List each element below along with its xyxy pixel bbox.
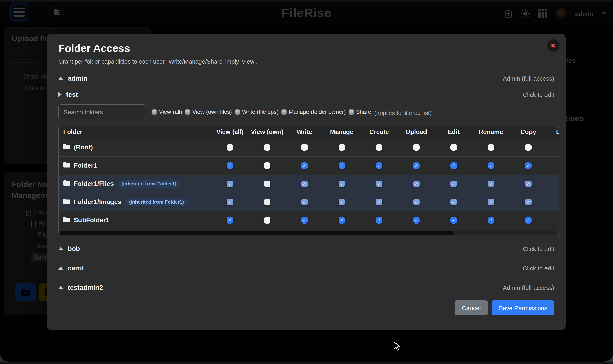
permission-checkbox-view-all: ✓ — [227, 199, 233, 205]
folder-icon — [63, 144, 70, 151]
permission-checkbox-create[interactable]: ✓ — [376, 162, 382, 169]
filter-row: View (all)View (own files)Write (file op… — [58, 103, 554, 120]
modal-title: Folder Access — [58, 42, 554, 55]
bulk-checkbox[interactable] — [349, 109, 354, 114]
column-header-edit: Edit — [435, 128, 472, 136]
user-name: test — [66, 91, 78, 98]
permission-checkbox-write: ✓ — [301, 181, 308, 187]
screen: FileRise — [0, 0, 613, 364]
bulk-checkbox-label[interactable]: View (all) — [159, 108, 182, 115]
user-name: testadmin2 — [68, 284, 103, 291]
permission-checkbox-view-own[interactable] — [264, 217, 270, 223]
permission-checkbox-manage[interactable]: ✓ — [338, 217, 345, 223]
folder-cell: Folder1/Images(inherited from Folder1) — [59, 198, 211, 206]
folder-row-folder1: Folder1✓✓✓✓✓✓✓✓✓ — [59, 156, 559, 174]
user-status: Admin (full access) — [503, 284, 554, 291]
bulk-checkbox[interactable] — [281, 109, 287, 114]
column-header-folder: Folder — [59, 128, 211, 136]
permission-checkbox-copy[interactable]: ✓ — [525, 217, 531, 223]
folder-icon — [63, 198, 70, 206]
permission-checkbox-edit: ✓ — [450, 199, 457, 205]
folder-icon — [63, 180, 70, 187]
permission-checkbox-view-own — [264, 199, 270, 205]
permission-checkbox-upload[interactable]: ✓ — [413, 162, 420, 169]
user-row-test[interactable]: test Click to edit — [58, 86, 554, 103]
permission-checkbox-view-own[interactable] — [264, 144, 270, 151]
table-header-row: FolderView (all)View (own)WriteManageCre… — [59, 126, 559, 138]
permission-checkbox-view-own — [264, 181, 270, 187]
scrollbar-thumb[interactable] — [60, 231, 454, 235]
caret-up-icon — [58, 286, 63, 289]
folder-name: SubFolder1 — [74, 217, 110, 224]
user-row-carol[interactable]: carol Click to edit — [58, 260, 554, 276]
bulk-toggle-write-file-ops: Write (file ops) — [235, 108, 279, 115]
permission-checkbox-copy[interactable] — [525, 144, 531, 151]
permission-checkbox-manage[interactable] — [338, 144, 345, 151]
permission-checkbox-edit[interactable]: ✓ — [450, 217, 457, 223]
permission-checkbox-copy[interactable]: ✓ — [525, 162, 531, 169]
bulk-permission-toggles: View (all)View (own files)Write (file op… — [152, 108, 371, 115]
permission-checkbox-write[interactable]: ✓ — [301, 162, 308, 169]
permission-checkbox-rename[interactable]: ✓ — [488, 217, 494, 223]
filter-note: (applies to filtered list) — [375, 110, 432, 116]
close-button[interactable]: ✖ — [547, 39, 559, 52]
column-header-rename: Rename — [472, 128, 510, 136]
permission-checkbox-manage: ✓ — [338, 181, 345, 187]
search-input[interactable] — [58, 104, 146, 119]
horizontal-scrollbar[interactable] — [59, 230, 559, 235]
permission-checkbox-write: ✓ — [301, 199, 308, 205]
bulk-checkbox[interactable] — [235, 109, 240, 114]
permission-checkbox-edit[interactable]: ✓ — [450, 162, 457, 169]
modal-footer: Cancel Save Permissions — [58, 300, 554, 315]
permission-checkbox-manage: ✓ — [338, 199, 345, 205]
permission-checkbox-view-all[interactable] — [227, 144, 233, 151]
permission-checkbox-rename[interactable]: ✓ — [488, 162, 494, 169]
user-name: admin — [68, 74, 87, 82]
mouse-cursor — [393, 341, 403, 352]
user-row-bob[interactable]: bob Click to edit — [58, 241, 554, 257]
permission-checkbox-create[interactable]: ✓ — [376, 217, 382, 223]
permission-checkbox-upload: ✓ — [413, 199, 420, 205]
save-permissions-button[interactable]: Save Permissions — [492, 300, 554, 315]
permission-checkbox-rename[interactable] — [488, 144, 494, 151]
permission-checkbox-upload[interactable] — [413, 144, 420, 151]
bulk-checkbox[interactable] — [185, 109, 190, 114]
folder-access-modal: ✖ Folder Access Grant per-folder capabil… — [47, 34, 566, 330]
column-header-view-own: View (own) — [249, 128, 286, 136]
folder-name: Folder1/Files — [74, 180, 114, 187]
bulk-checkbox-label[interactable]: Manage (folder owner) — [289, 108, 346, 115]
folder-cell: SubFolder1 — [59, 217, 211, 224]
column-header-view-all: View (all) — [211, 128, 249, 136]
permission-checkbox-view-all: ✓ — [227, 181, 233, 187]
bulk-toggle-view-all: View (all) — [152, 108, 182, 115]
user-name: carol — [68, 264, 84, 272]
permission-checkbox-create[interactable] — [376, 144, 382, 151]
permission-checkbox-upload: ✓ — [413, 181, 420, 187]
column-header-copy: Copy — [510, 128, 547, 136]
permission-checkbox-manage[interactable]: ✓ — [338, 162, 345, 169]
permission-checkbox-create: ✓ — [376, 199, 382, 205]
permission-checkbox-write[interactable]: ✓ — [301, 217, 308, 223]
cancel-button[interactable]: Cancel — [455, 300, 488, 315]
folder-row-subfolder1: SubFolder1✓✓✓✓✓✓✓✓✓ — [59, 211, 559, 229]
folder-cell: Folder1 — [59, 162, 211, 169]
permission-checkbox-write[interactable] — [301, 144, 308, 151]
permission-checkbox-rename: ✓ — [488, 181, 494, 187]
permission-checkbox-copy: ✓ — [525, 199, 531, 205]
permission-checkbox-upload[interactable]: ✓ — [413, 217, 420, 223]
column-header-create: Create — [361, 128, 398, 136]
permission-checkbox-view-all[interactable]: ✓ — [227, 162, 233, 169]
user-row-admin[interactable]: admin Admin (full access) — [58, 70, 554, 86]
user-status: Admin (full access) — [503, 75, 554, 82]
permission-checkbox-edit[interactable] — [450, 144, 457, 151]
column-header-delete: Delete — [547, 128, 559, 136]
permission-checkbox-view-own[interactable] — [264, 162, 270, 169]
permission-checkbox-view-all[interactable]: ✓ — [227, 217, 233, 223]
bulk-checkbox-label[interactable]: View (own files) — [192, 108, 232, 115]
user-row-testadmin2[interactable]: testadmin2 Admin (full access) — [58, 279, 554, 296]
caret-up-icon — [58, 266, 63, 270]
bulk-checkbox[interactable] — [152, 109, 157, 114]
bulk-checkbox-label[interactable]: Write (file ops) — [242, 108, 279, 115]
user-status: Click to edit — [523, 91, 554, 98]
bulk-checkbox-label[interactable]: Share — [356, 108, 371, 115]
